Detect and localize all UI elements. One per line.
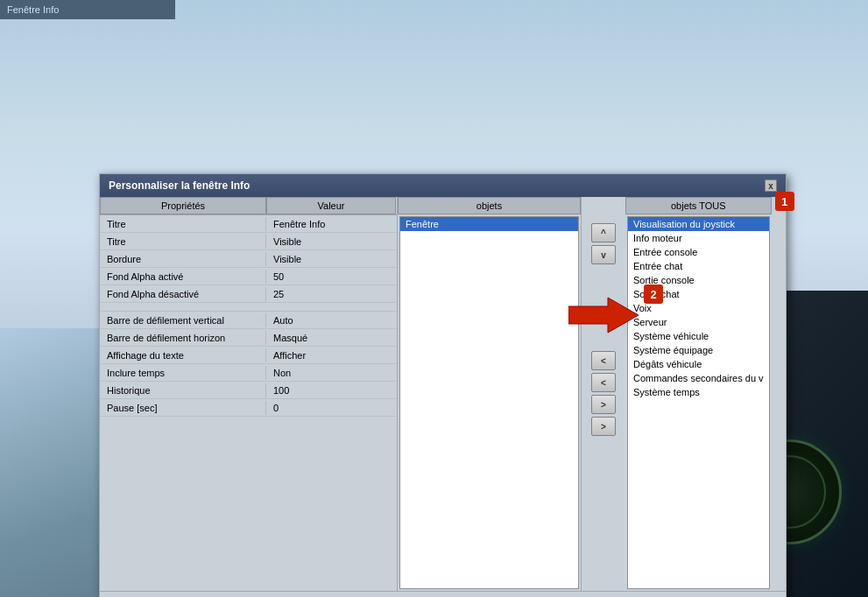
window-title: Fenêtre Info <box>7 4 59 15</box>
col-header-properties: Propriétés <box>100 197 266 214</box>
col-header-value: Valeur <box>266 197 396 214</box>
property-value: Masqué <box>266 331 396 345</box>
property-name: Historique <box>100 383 266 397</box>
properties-header: Propriétés Valeur <box>100 197 397 215</box>
all-objects-list-item[interactable]: Système équipage <box>628 343 769 357</box>
arrow-move-left2-button[interactable]: < <box>591 373 616 392</box>
property-value: 0 <box>266 401 396 415</box>
property-value: 25 <box>266 287 396 301</box>
arrow-annotation-container: 2 <box>568 293 639 340</box>
property-row <box>100 303 397 312</box>
dialog-footer: Enregistrer Annuler <box>100 591 786 597</box>
all-objects-list-item[interactable]: Commandes secondaires du v <box>628 371 769 385</box>
property-name: Fond Alpha activé <box>100 270 266 284</box>
red-arrow-annotation-2 <box>568 293 639 337</box>
all-objects-panel-header: objets TOUS <box>625 197 772 214</box>
property-row: Historique 100 <box>100 382 397 399</box>
all-objects-list-item[interactable]: Visualisation du joystick <box>628 217 769 231</box>
property-row: Fond Alpha désactivé 25 <box>100 285 397 303</box>
property-row: Barre de défilement vertical Auto <box>100 312 397 329</box>
property-row: Affichage du texte Afficher <box>100 347 397 364</box>
all-objects-list-item[interactable]: Dégâts véhicule <box>628 357 769 371</box>
property-value: 50 <box>266 270 396 284</box>
property-row: Bordure Visible <box>100 250 397 268</box>
dialog-close-button[interactable]: x <box>765 179 777 192</box>
all-objects-list-item[interactable]: Système temps <box>628 385 769 399</box>
property-row: Pause [sec] 0 <box>100 399 397 417</box>
all-objects-list-item[interactable]: Serveur <box>628 315 769 329</box>
dialog-title-bar: Personnaliser la fenêtre Info x <box>100 174 786 197</box>
objects-list[interactable]: Fenêtre <box>399 216 579 589</box>
property-value: Fenêtre Info <box>266 217 396 231</box>
all-objects-list-item[interactable]: Entrée chat <box>628 259 769 273</box>
property-name: Inclure temps <box>100 366 266 380</box>
arrow-move-right2-button[interactable]: > <box>591 417 616 436</box>
all-objects-list-item[interactable]: Système véhicule <box>628 329 769 343</box>
property-value: 100 <box>266 383 396 397</box>
property-value: Visible <box>266 252 396 266</box>
property-name: Pause [sec] <box>100 401 266 415</box>
property-name: Affichage du texte <box>100 348 266 362</box>
arrow-up-button[interactable]: ^ <box>591 223 616 242</box>
arrow-down-button[interactable]: v <box>591 245 616 264</box>
dialog-content: Propriétés Valeur Titre Fenêtre Info Tit… <box>100 197 786 591</box>
property-row: Inclure temps Non <box>100 364 397 382</box>
property-name: Bordure <box>100 252 266 266</box>
property-name: Barre de défilement horizon <box>100 331 266 345</box>
property-name: Titre <box>100 217 266 231</box>
property-value: Visible <box>266 235 396 249</box>
property-value: Non <box>266 366 396 380</box>
all-objects-list-item[interactable]: Info moteur <box>628 231 769 245</box>
panels-wrapper: Propriétés Valeur Titre Fenêtre Info Tit… <box>100 197 772 591</box>
all-objects-list-item[interactable]: Entrée console <box>628 245 769 259</box>
property-row: Barre de défilement horizon Masqué <box>100 329 397 347</box>
properties-panel: Propriétés Valeur Titre Fenêtre Info Tit… <box>100 197 398 591</box>
objects-list-item[interactable]: Fenêtre <box>400 217 578 231</box>
annotation-badge-1: 1 <box>775 192 794 211</box>
properties-rows: Titre Fenêtre Info Titre Visible Bordure… <box>100 215 397 417</box>
all-objects-header-container: objets TOUS 1 <box>625 197 772 214</box>
annotation-badge-2: 2 <box>644 284 663 304</box>
objects-panel: objets Fenêtre <box>398 197 582 591</box>
property-row: Titre Visible <box>100 233 397 250</box>
property-value: Auto <box>266 313 396 327</box>
all-objects-panel: objets TOUS 1 Visualisation du joystickI… <box>625 197 772 591</box>
property-row: Fond Alpha activé 50 <box>100 268 397 285</box>
property-row: Titre Fenêtre Info <box>100 215 397 233</box>
main-dialog: Personnaliser la fenêtre Info x Propriét… <box>99 173 787 597</box>
arrow-move-right-button[interactable]: > <box>591 395 616 414</box>
objects-panel-header: objets <box>398 197 581 214</box>
property-name: Barre de défilement vertical <box>100 313 266 327</box>
arrow-move-left-button[interactable]: < <box>591 351 616 370</box>
svg-marker-0 <box>568 298 639 333</box>
window-title-bar: Fenêtre Info <box>0 0 175 19</box>
arrow-buttons-column: ^ v 2 < < > > <box>582 197 625 591</box>
property-value: Afficher <box>266 348 396 362</box>
all-objects-list[interactable]: Visualisation du joystickInfo moteurEntr… <box>627 216 770 589</box>
property-name: Titre <box>100 235 266 249</box>
dialog-title-text: Personnaliser la fenêtre Info <box>109 179 250 192</box>
property-name: Fond Alpha désactivé <box>100 287 266 301</box>
